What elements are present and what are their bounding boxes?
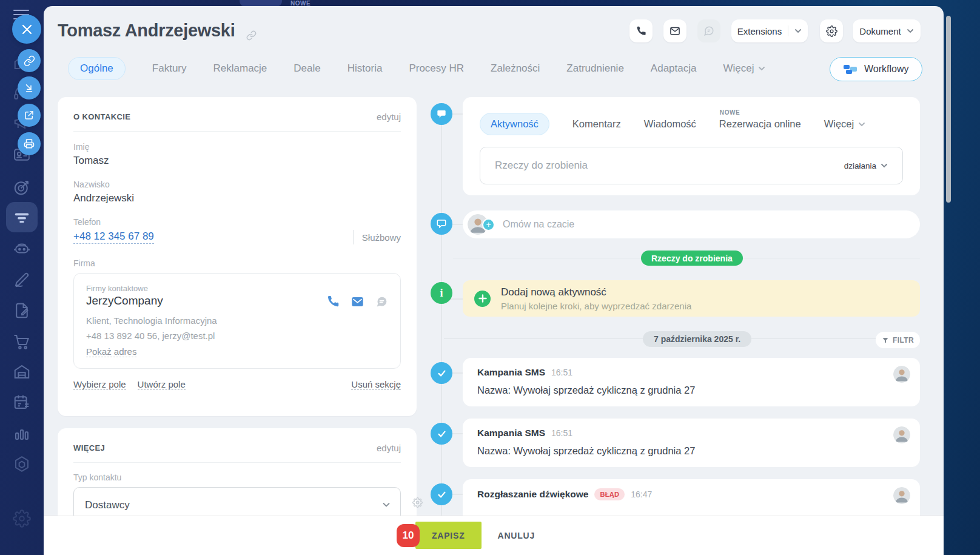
activity-tab-komentarz[interactable]: Komentarz: [572, 118, 621, 130]
todo-input[interactable]: [495, 160, 844, 172]
tab-wiecej[interactable]: Więcej: [723, 62, 765, 75]
add-activity-banner[interactable]: Dodaj nową aktywność Planuj kolejne krok…: [463, 280, 920, 317]
add-participant-button[interactable]: +: [482, 218, 495, 231]
timeline-entry-sms-1[interactable]: Kampania SMS 16:51 Nazwa: Wywołaj sprzed…: [463, 358, 920, 406]
chat-discuss-row: +: [463, 210, 920, 238]
phone-type-label: Służbowy: [362, 232, 401, 243]
todo-filter-chip[interactable]: Rzeczy do zrobienia: [641, 251, 743, 266]
tab-zaleznosci[interactable]: Zależności: [491, 62, 540, 75]
error-badge: BŁĄD: [594, 488, 625, 500]
activity-tab-rezerwacja-label: Rezerwacja online: [719, 118, 801, 130]
workflowy-button[interactable]: Workflowy: [830, 57, 922, 81]
target-icon[interactable]: [13, 178, 31, 197]
entry-avatar: [893, 426, 910, 443]
cart-icon[interactable]: [13, 332, 31, 351]
background-remnant-label: NOWE: [290, 0, 310, 6]
email-button[interactable]: [663, 19, 686, 42]
entry-time: 16:47: [631, 489, 652, 499]
chevron-down-icon: [881, 162, 888, 169]
entry-body: Nazwa: Wywołaj sprzedaż cykliczną z grud…: [477, 445, 905, 457]
tab-adaptacja[interactable]: Adaptacja: [651, 62, 697, 75]
activity-tab-wiadomosc[interactable]: Wiadomość: [644, 118, 696, 130]
tab-faktury[interactable]: Faktury: [152, 62, 187, 75]
call-button[interactable]: [629, 19, 653, 42]
dokument-button[interactable]: Dokument: [853, 19, 921, 42]
extensions-label: Extensions: [737, 26, 782, 36]
bottom-action-bar: 10 ZAPISZ ANULUJ: [44, 516, 944, 555]
field-settings-icon[interactable]: [412, 497, 423, 508]
warehouse-icon[interactable]: [13, 363, 31, 381]
tab-deale[interactable]: Deale: [294, 62, 320, 75]
cancel-button[interactable]: ANULUJ: [498, 531, 535, 540]
collapse-button[interactable]: [18, 76, 41, 99]
tab-zatrudnienie[interactable]: Zatrudnienie: [566, 62, 624, 75]
hexagon-icon[interactable]: [13, 455, 31, 473]
gear-icon-faded[interactable]: [13, 510, 31, 528]
signature-icon[interactable]: [13, 271, 31, 289]
last-name-label: Nazwisko: [73, 180, 401, 189]
funnel-icon[interactable]: [13, 209, 31, 227]
remove-section-link[interactable]: Usuń sekcję: [351, 379, 401, 390]
permalink-icon[interactable]: [246, 30, 257, 41]
chart-icon[interactable]: [13, 424, 31, 442]
entity-tabs: Ogólne Faktury Reklamacje Deale Historia…: [68, 57, 765, 80]
print-button[interactable]: [18, 132, 41, 155]
close-icon: [21, 24, 33, 35]
check-icon: [437, 489, 447, 500]
tab-reklamacje[interactable]: Reklamacje: [213, 62, 267, 75]
scrollbar-thumb[interactable]: [946, 16, 951, 203]
copy-link-button[interactable]: [18, 49, 41, 72]
section-divider: [73, 462, 401, 463]
panel-scrollbar[interactable]: [946, 13, 951, 547]
actions-dropdown[interactable]: działania: [844, 161, 888, 170]
chat-input[interactable]: [503, 219, 915, 230]
activity-tab-aktywnosc[interactable]: Aktywność: [480, 113, 549, 135]
funnel-icon: [882, 337, 889, 344]
tab-historia[interactable]: Historia: [347, 62, 383, 75]
entry-body: Nazwa: Wywołaj sprzedaż cykliczną z grud…: [477, 385, 905, 396]
company-chat-icon[interactable]: [375, 295, 388, 308]
save-button[interactable]: ZAPISZ: [415, 522, 482, 549]
company-mail-icon[interactable]: [351, 295, 364, 308]
tab-ogolne[interactable]: Ogólne: [68, 57, 126, 80]
timeline-done-marker: [431, 483, 452, 505]
info-icon: i: [440, 287, 443, 300]
actions-label: działania: [844, 161, 876, 170]
activity-tab-rezerwacja[interactable]: NOWE Rezerwacja online: [719, 118, 801, 130]
timeline-entry-sms-2[interactable]: Kampania SMS 16:51 Nazwa: Wywołaj sprzed…: [463, 419, 920, 467]
workflow-icon: [843, 63, 858, 75]
company-show-address-link[interactable]: Pokaż adres: [86, 346, 136, 357]
company-call-icon[interactable]: [327, 295, 340, 308]
contact-detail-panel: Tomasz Andrzejewski Extensions Dokument …: [44, 6, 944, 555]
check-icon: [437, 429, 447, 439]
extensions-button[interactable]: Extensions: [731, 19, 808, 42]
create-field-link[interactable]: Utwórz pole: [138, 379, 186, 390]
entry-avatar: [893, 366, 910, 383]
page-title: Tomasz Andrzejewski: [58, 21, 235, 41]
robot-icon[interactable]: [13, 239, 31, 257]
timeline-comment-marker: [431, 103, 452, 125]
close-button[interactable]: [12, 15, 41, 44]
filter-label: FILTR: [893, 336, 914, 345]
open-new-window-button[interactable]: [18, 104, 41, 127]
contact-edit-link[interactable]: edytuj: [377, 112, 401, 122]
phone-type-divider: [353, 230, 354, 244]
settings-button[interactable]: [820, 19, 843, 42]
tab-wiecej-label: Więcej: [723, 62, 754, 75]
contact-type-label: Typ kontaktu: [73, 473, 401, 482]
gear-icon: [826, 25, 837, 37]
phone-value-link[interactable]: +48 12 345 67 89: [73, 230, 154, 244]
activity-tabs: Aktywność Komentarz Wiadomość NOWE Rezer…: [463, 97, 920, 135]
activity-tab-wiecej[interactable]: Więcej: [824, 118, 866, 130]
filter-button[interactable]: FILTR: [876, 332, 920, 348]
phone-icon: [636, 26, 646, 36]
external-link-icon: [24, 110, 35, 121]
company-meta-contacts: +48 13 892 40 56, jerzy@test.pl: [86, 331, 388, 341]
timeline-done-marker: [431, 423, 452, 445]
tab-procesy-hr[interactable]: Procesy HR: [409, 62, 464, 75]
select-field-link[interactable]: Wybierz pole: [73, 379, 126, 390]
document-icon[interactable]: [13, 301, 31, 320]
workflowy-label: Workflowy: [864, 64, 909, 75]
calendar-icon[interactable]: [13, 393, 31, 411]
more-edit-link[interactable]: edytuj: [377, 443, 401, 453]
